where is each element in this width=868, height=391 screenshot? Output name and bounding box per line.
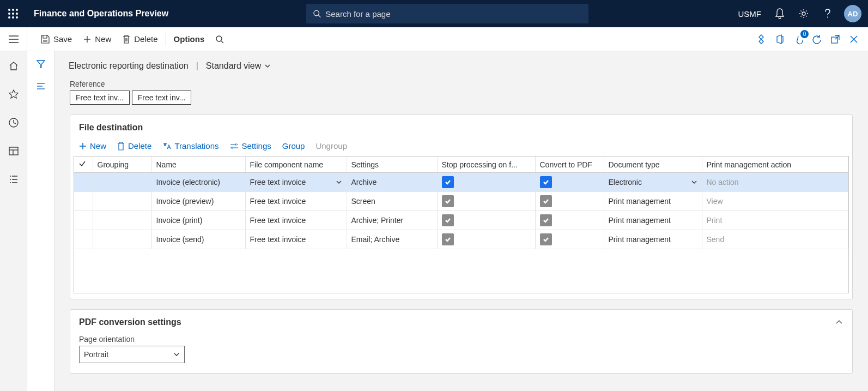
- table-row[interactable]: Invoice (electronic)Free text invoiceArc…: [74, 173, 848, 192]
- options-button[interactable]: Options: [168, 27, 210, 51]
- cell-pmaction[interactable]: Print: [702, 211, 848, 230]
- table-row[interactable]: Invoice (print)Free text invoiceArchive;…: [74, 211, 848, 230]
- cell-name[interactable]: Invoice (electronic): [151, 173, 245, 192]
- checkbox[interactable]: [442, 214, 454, 226]
- action-search-button[interactable]: [210, 27, 229, 51]
- cell-component[interactable]: Free text invoice: [245, 192, 347, 211]
- checkbox[interactable]: [540, 176, 552, 188]
- modules-icon[interactable]: [7, 172, 21, 187]
- checkbox[interactable]: [540, 233, 552, 245]
- col-stop[interactable]: Stop processing on f...: [437, 157, 535, 173]
- breadcrumb: Electronic reporting destination | Stand…: [69, 61, 853, 71]
- svg-rect-14: [9, 147, 18, 155]
- col-name[interactable]: Name: [151, 157, 245, 173]
- home-icon[interactable]: [7, 59, 21, 73]
- workspaces-icon[interactable]: [7, 144, 21, 158]
- col-settings[interactable]: Settings: [347, 157, 437, 173]
- cell-settings[interactable]: Screen: [347, 192, 437, 211]
- trash-icon: [122, 34, 131, 44]
- page-orientation-dropdown[interactable]: Portrait: [79, 346, 185, 363]
- form-side-strip: [27, 51, 54, 391]
- grid-group-button[interactable]: Group: [282, 141, 305, 151]
- cell-pmaction[interactable]: No action: [702, 173, 848, 192]
- svg-point-2: [802, 12, 805, 15]
- checkbox[interactable]: [442, 233, 454, 245]
- cell-convert[interactable]: [535, 173, 604, 192]
- cell-stop[interactable]: [437, 211, 535, 230]
- cell-stop[interactable]: [437, 192, 535, 211]
- attachments-button[interactable]: 0: [792, 33, 805, 46]
- cell-pmaction[interactable]: View: [702, 192, 848, 211]
- avatar[interactable]: AD: [844, 5, 861, 22]
- cell-settings[interactable]: Archive; Printer: [347, 211, 437, 230]
- table-row[interactable]: Invoice (send)Free text invoiceEmail; Ar…: [74, 230, 848, 249]
- notification-icon[interactable]: [769, 3, 791, 25]
- chevron-down-icon: [173, 351, 180, 358]
- cell-stop[interactable]: [437, 230, 535, 249]
- checkbox[interactable]: [442, 176, 454, 188]
- cell-convert[interactable]: [535, 211, 604, 230]
- col-pmaction[interactable]: Print management action: [702, 157, 848, 173]
- grid-delete-button[interactable]: Delete: [117, 141, 151, 151]
- dataverse-icon[interactable]: [755, 33, 768, 46]
- recent-icon[interactable]: [7, 116, 21, 130]
- grid-settings-button[interactable]: Settings: [230, 141, 271, 151]
- cell-name[interactable]: Invoice (send): [151, 230, 245, 249]
- col-select[interactable]: [74, 157, 93, 173]
- cell-pmaction[interactable]: Send: [702, 230, 848, 249]
- cell-name[interactable]: Invoice (preview): [151, 192, 245, 211]
- new-button[interactable]: New: [77, 27, 117, 51]
- app-launcher-icon[interactable]: [4, 5, 22, 22]
- delete-button[interactable]: Delete: [117, 27, 163, 51]
- close-icon[interactable]: [847, 33, 860, 46]
- global-search[interactable]: [306, 4, 588, 23]
- cell-settings[interactable]: Email; Archive: [347, 230, 437, 249]
- col-convert[interactable]: Convert to PDF: [535, 157, 604, 173]
- related-info-icon[interactable]: [36, 82, 46, 92]
- plus-icon: [79, 142, 87, 150]
- cell-doctype[interactable]: Print management: [604, 230, 702, 249]
- grid-new-button[interactable]: New: [79, 141, 106, 151]
- cell-component[interactable]: Free text invoice: [245, 173, 347, 192]
- cell-component[interactable]: Free text invoice: [245, 230, 347, 249]
- help-icon[interactable]: [817, 3, 839, 25]
- page-title: Electronic reporting destination: [69, 61, 189, 71]
- search-icon: [313, 9, 321, 18]
- office-icon[interactable]: [773, 33, 786, 46]
- file-destination-grid[interactable]: Grouping Name File component name Settin…: [74, 157, 848, 249]
- cell-component[interactable]: Free text invoice: [245, 211, 347, 230]
- legal-entity[interactable]: USMF: [738, 9, 762, 19]
- popout-icon[interactable]: [829, 33, 842, 46]
- cell-doctype[interactable]: Print management: [604, 192, 702, 211]
- search-input[interactable]: [325, 9, 582, 19]
- cell-name[interactable]: Invoice (print): [151, 211, 245, 230]
- col-component[interactable]: File component name: [245, 157, 347, 173]
- gear-icon[interactable]: [793, 3, 815, 25]
- filter-icon[interactable]: [36, 59, 46, 70]
- chevron-up-icon[interactable]: [835, 318, 843, 327]
- reference-tag[interactable]: Free text inv...: [70, 91, 130, 105]
- reference-tag[interactable]: Free text inv...: [132, 91, 192, 105]
- favorites-icon[interactable]: [7, 87, 21, 101]
- page-orientation-label: Page orientation: [79, 335, 843, 344]
- checkbox[interactable]: [442, 195, 454, 207]
- cell-stop[interactable]: [437, 173, 535, 192]
- cell-doctype[interactable]: Print management: [604, 211, 702, 230]
- cell-convert[interactable]: [535, 192, 604, 211]
- nav-toggle-icon[interactable]: [0, 27, 27, 51]
- reference-tags: Free text inv... Free text inv...: [70, 91, 853, 105]
- checkbox[interactable]: [540, 214, 552, 226]
- cell-doctype[interactable]: Electronic: [604, 173, 702, 192]
- grid-translations-button[interactable]: Translations: [162, 141, 218, 151]
- col-grouping[interactable]: Grouping: [93, 157, 151, 173]
- save-button[interactable]: Save: [35, 27, 77, 51]
- cell-settings[interactable]: Archive: [347, 173, 437, 192]
- col-doctype[interactable]: Document type: [604, 157, 702, 173]
- checkbox[interactable]: [540, 195, 552, 207]
- table-row[interactable]: Invoice (preview)Free text invoiceScreen…: [74, 192, 848, 211]
- pdf-conversion-title: PDF conversion settings: [79, 317, 181, 327]
- cell-convert[interactable]: [535, 230, 604, 249]
- view-selector[interactable]: Standard view: [206, 61, 271, 71]
- refresh-icon[interactable]: [810, 33, 823, 46]
- grid-ungroup-button: Ungroup: [315, 141, 347, 151]
